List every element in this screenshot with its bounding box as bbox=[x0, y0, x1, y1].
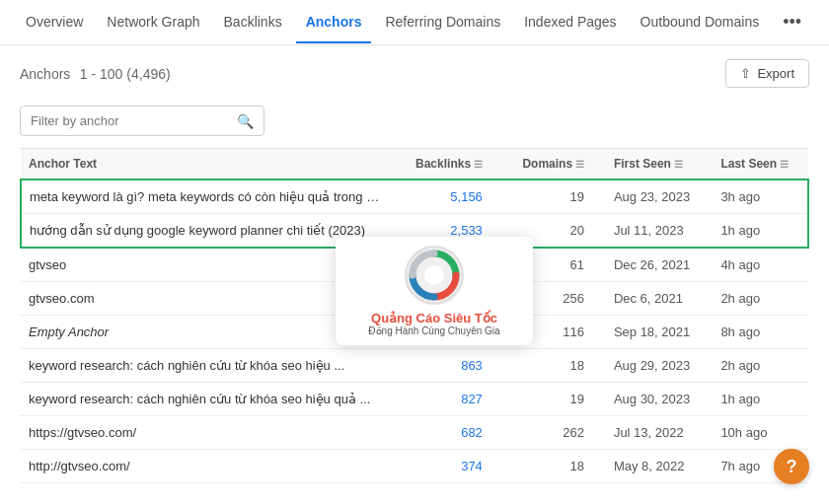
nav-item-outbound-domains[interactable]: Outbound Domains bbox=[631, 2, 770, 43]
export-icon: ⇧ bbox=[740, 66, 751, 81]
domains-value: 18 bbox=[502, 349, 604, 383]
nav-item-backlinks[interactable]: Backlinks bbox=[214, 2, 292, 43]
backlinks-value[interactable]: 827 bbox=[395, 383, 502, 416]
first-seen-value: Sep 18, 2021 bbox=[604, 316, 711, 349]
table-row: hướng dẫn sử dụng google keyword planner… bbox=[21, 214, 808, 249]
backlinks-value[interactable]: 2,533 bbox=[395, 214, 502, 249]
anchor-text-cell: gtvseo.com bbox=[21, 282, 395, 316]
last-seen-value: 1h ago bbox=[711, 214, 808, 249]
export-button[interactable]: ⇧ Export bbox=[725, 59, 809, 88]
anchor-text-cell: keyword research: cách nghiên cứu từ khó… bbox=[21, 349, 395, 383]
domains-value: 61 bbox=[502, 248, 604, 282]
page-title-range: 1 - 100 (4,496) bbox=[80, 66, 171, 82]
domains-value: 20 bbox=[502, 214, 604, 249]
help-button[interactable]: ? bbox=[774, 449, 809, 484]
domains-value: 19 bbox=[502, 180, 604, 214]
domains-value: 116 bbox=[502, 316, 604, 349]
first-seen-value: Aug 30, 2023 bbox=[604, 383, 711, 416]
page-title-text: Anchors bbox=[20, 66, 70, 82]
first-seen-value: Dec 26, 2021 bbox=[604, 248, 711, 282]
first-seen-value: Jul 11, 2023 bbox=[604, 214, 711, 249]
table-header-row: Anchor Text Backlinks Domains First Seen… bbox=[21, 149, 808, 180]
first-seen-value: Aug 29, 2023 bbox=[604, 349, 711, 383]
backlinks-value[interactable]: 1,007 bbox=[395, 248, 502, 282]
first-seen-value: Aug 23, 2023 bbox=[604, 180, 711, 214]
first-seen-value: May 8, 2022 bbox=[604, 450, 711, 483]
anchor-text-cell: Empty Anchor bbox=[21, 316, 395, 349]
anchor-text-cell: gtvseo bbox=[21, 248, 395, 282]
filter-bar: 🔍 bbox=[0, 98, 829, 148]
backlinks-value[interactable]: 5,156 bbox=[395, 180, 502, 214]
col-domains[interactable]: Domains bbox=[502, 149, 604, 180]
backlinks-value[interactable]: 374 bbox=[395, 450, 502, 483]
page-title: Anchors 1 - 100 (4,496) bbox=[20, 64, 171, 84]
top-nav: Overview Network Graph Backlinks Anchors… bbox=[0, 0, 829, 45]
domains-value: 256 bbox=[502, 282, 604, 316]
filter-input[interactable] bbox=[21, 107, 227, 135]
nav-item-anchors[interactable]: Anchors bbox=[296, 2, 372, 43]
backlinks-value[interactable]: 956 bbox=[395, 282, 502, 316]
export-label: Export bbox=[757, 66, 794, 81]
filter-input-wrap: 🔍 bbox=[20, 106, 264, 136]
nav-item-indexed-pages[interactable]: Indexed Pages bbox=[514, 2, 626, 43]
last-seen-value: 3h ago bbox=[711, 180, 808, 214]
first-seen-value: Dec 6, 2021 bbox=[604, 282, 711, 316]
last-seen-value: 8h ago bbox=[711, 316, 808, 349]
last-seen-value: 1h ago bbox=[711, 383, 808, 416]
col-first-seen[interactable]: First Seen bbox=[604, 149, 711, 180]
domains-value: 18 bbox=[502, 450, 604, 483]
anchor-text-cell: keyword research: cách nghiên cứu từ khó… bbox=[21, 383, 395, 416]
backlinks-value[interactable]: 863 bbox=[395, 349, 502, 383]
anchor-text-cell: http://gtvseo.com/ bbox=[21, 450, 395, 483]
page-header: Anchors 1 - 100 (4,496) ⇧ Export bbox=[0, 45, 829, 98]
anchors-table: Anchor Text Backlinks Domains First Seen… bbox=[20, 148, 809, 483]
table-row: gtvseo1,00761Dec 26, 20214h ago bbox=[21, 248, 808, 282]
table-row: http://gtvseo.com/37418May 8, 20227h ago bbox=[21, 450, 808, 483]
nav-item-referring-domains[interactable]: Referring Domains bbox=[375, 2, 510, 43]
table-wrap: Anchor Text Backlinks Domains First Seen… bbox=[0, 148, 829, 483]
backlinks-value[interactable]: 897 bbox=[395, 316, 502, 349]
backlinks-value[interactable]: 682 bbox=[395, 416, 502, 450]
nav-more-button[interactable]: ••• bbox=[777, 4, 807, 40]
domains-value: 19 bbox=[502, 383, 604, 416]
domains-value: 262 bbox=[502, 416, 604, 450]
anchor-text-cell: hướng dẫn sử dụng google keyword planner… bbox=[21, 214, 395, 249]
last-seen-value: 4h ago bbox=[711, 248, 808, 282]
col-backlinks[interactable]: Backlinks bbox=[395, 149, 502, 180]
col-last-seen[interactable]: Last Seen bbox=[711, 149, 808, 180]
nav-item-overview[interactable]: Overview bbox=[16, 2, 93, 43]
anchor-text-cell: https://gtvseo.com/ bbox=[21, 416, 395, 450]
table-row: keyword research: cách nghiên cứu từ khó… bbox=[21, 383, 808, 416]
search-icon[interactable]: 🔍 bbox=[227, 108, 264, 135]
table-row: https://gtvseo.com/682262Jul 13, 202210h… bbox=[21, 416, 808, 450]
last-seen-value: 10h ago bbox=[711, 416, 808, 450]
table-row: meta keyword là gì? meta keywords có còn… bbox=[21, 180, 808, 214]
last-seen-value: 2h ago bbox=[711, 349, 808, 383]
table-row: gtvseo.com956256Dec 6, 20212h ago bbox=[21, 282, 808, 316]
table-row: keyword research: cách nghiên cứu từ khó… bbox=[21, 349, 808, 383]
col-anchor-text: Anchor Text bbox=[21, 149, 395, 180]
last-seen-value: 2h ago bbox=[711, 282, 808, 316]
nav-item-network-graph[interactable]: Network Graph bbox=[97, 2, 209, 43]
anchor-text-cell: meta keyword là gì? meta keywords có còn… bbox=[21, 180, 395, 214]
first-seen-value: Jul 13, 2022 bbox=[604, 416, 711, 450]
table-row: Empty Anchor897116Sep 18, 20218h ago bbox=[21, 316, 808, 349]
